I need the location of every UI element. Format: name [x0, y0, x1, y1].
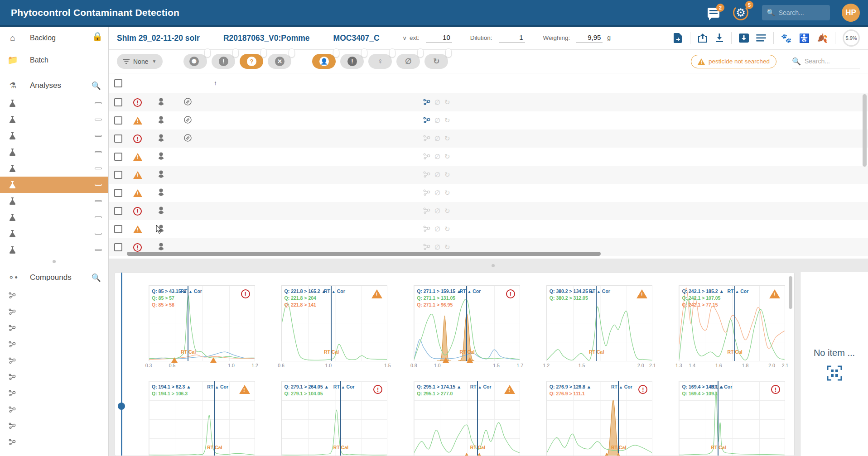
method-name[interactable]: MOC3407_C [333, 34, 380, 43]
sidebar-item-batch[interactable]: 📁 Batch [0, 49, 108, 71]
exclude-icon[interactable]: ∅ [434, 243, 440, 251]
error-flag-icon[interactable]: ! [133, 98, 142, 107]
plot-area[interactable]: RT ▲ CorRT CalQ: 242.1 > 185.2 ▲Q: 242.1… [679, 285, 785, 361]
analysis-item-std-50-ppb[interactable] [0, 95, 108, 111]
table-row[interactable]: !∅↻ [109, 130, 868, 148]
exclude-icon[interactable]: ∅ [434, 98, 440, 106]
panel-resize-handle[interactable] [492, 264, 495, 267]
warning-flag-icon[interactable]: ! [133, 226, 142, 233]
analysis-item-pbd[interactable] [0, 160, 108, 177]
flag-filter-dropdown[interactable]: None ▼ [117, 54, 163, 69]
divider-drag-handle[interactable] [118, 403, 125, 410]
chromatogram-sulfoxaflor[interactable]: RT ▲ CorRT CalQ: 295.1 > 174.15 ▲Q: 295.… [394, 372, 520, 456]
compound-filter-button[interactable]: ♀ [368, 54, 392, 69]
vertical-scrollbar[interactable] [863, 94, 867, 167]
exclude-icon[interactable]: ∅ [434, 171, 440, 179]
warning-flag-icon[interactable]: ! [133, 153, 142, 161]
row-checkbox[interactable] [114, 207, 122, 215]
compound-item[interactable] [0, 418, 108, 434]
exclude-icon[interactable]: ∅ [434, 134, 440, 143]
plot-area[interactable]: RT ▲ CorRT CalQ: 85 > 43.15 ▲Q: 85 > 57Q… [149, 285, 255, 361]
reprocess-icon[interactable]: ↻ [444, 225, 450, 233]
export-icon[interactable] [698, 34, 708, 43]
validate-compound-icon[interactable] [423, 189, 430, 197]
reprocess-icon[interactable]: ↻ [444, 98, 450, 106]
error-flag-icon[interactable]: ! [133, 243, 142, 252]
table-row[interactable]: !∅↻ [109, 148, 868, 166]
exclude-icon[interactable]: ∅ [434, 225, 440, 233]
sample-name[interactable]: Shim 29_02-11-20 soir [117, 34, 200, 43]
chromatogram-metazachlor-479-m16[interactable]: RT ▲ CorRT CalQ: 380.2 > 134.25 ▲Q: 380.… [526, 276, 653, 369]
chromatogram-nitenpyram[interactable]: RT ▲ CorRT CalQ: 271.1 > 159.15 ▲Q: 271.… [394, 276, 520, 369]
alert-filter-button[interactable]: ! [340, 54, 364, 69]
validate-compound-icon[interactable] [423, 135, 430, 143]
select-all-checkbox[interactable] [114, 79, 122, 87]
chromatogram-metaldehyde[interactable]: RT ▲ CorRT CalQ: 194.1 > 62.3 ▲Q: 194.1 … [129, 372, 255, 456]
charts-scrollbar[interactable] [789, 276, 792, 309]
plot-area[interactable]: RT ▲ CorRT CalQ: 276.9 > 126.8 ▲Q: 276.9… [546, 381, 653, 456]
empty-filter-button[interactable]: ∅ [396, 54, 420, 69]
exclude-icon[interactable]: ∅ [434, 116, 440, 125]
run-name[interactable]: R20187063_V0:Pomme [223, 34, 310, 43]
compound-item[interactable] [0, 369, 108, 385]
error-filter-button[interactable]: ! [212, 54, 235, 69]
istd-filter-button[interactable]: ⚉ [183, 54, 207, 69]
validate-compound-icon[interactable] [423, 226, 430, 233]
download-icon[interactable] [715, 34, 724, 43]
error-flag-icon[interactable]: ! [133, 207, 142, 216]
analysis-item-187063[interactable] [0, 177, 108, 193]
compound-item[interactable] [0, 385, 108, 401]
compound-item[interactable] [0, 303, 108, 320]
reprocess-icon[interactable]: ↻ [444, 243, 450, 251]
row-checkbox[interactable] [114, 225, 122, 233]
table-row[interactable]: !∅↻ [109, 166, 868, 184]
excluded-filter-button[interactable]: ✕ [268, 54, 291, 69]
row-checkbox[interactable] [114, 153, 122, 161]
reprocess-icon[interactable]: ↻ [444, 189, 450, 197]
compounds-search-icon[interactable]: 🔍 [92, 273, 101, 283]
table-search-input[interactable] [805, 58, 854, 65]
unknown-filter-button[interactable]: ? [240, 54, 263, 69]
chromatogram-phorate-oxon-sulfone[interactable]: RT ▲ CorRT CalQ: 276.9 > 126.8 ▲Q: 276.9… [526, 372, 653, 456]
analysis-item-std-500-ppb[interactable] [0, 128, 108, 144]
compound-item[interactable] [0, 336, 108, 352]
plot-area[interactable]: RT ▲ CorRT CalQ: 194.1 > 62.3 ▲Q: 194.1 … [149, 381, 255, 456]
reprocess-icon[interactable]: ↻ [444, 134, 450, 143]
analyses-search-icon[interactable]: 🔍 [92, 81, 101, 91]
table-row[interactable]: !∅↻ [109, 202, 868, 220]
plot-area[interactable]: RT ▲ CorRT CalQ: 295.1 > 174.15 ▲Q: 295.… [414, 381, 520, 456]
plot-area[interactable]: RT ▲ CorRT CalQ: 221.8 > 165.2 ▲Q: 221.8… [281, 285, 388, 361]
archive-icon[interactable] [739, 34, 749, 43]
table-row[interactable]: !∅↻ [109, 93, 868, 111]
reprocess-icon[interactable]: ↻ [444, 207, 450, 215]
warning-flag-icon[interactable]: ! [133, 171, 142, 179]
table-row[interactable]: !∅↻ [109, 111, 868, 130]
exclude-icon[interactable]: ∅ [434, 207, 440, 215]
pesticide-warning-chip[interactable]: pesticide not searched [691, 55, 776, 68]
warning-flag-icon[interactable]: ! [133, 117, 142, 125]
analysis-item-lc-neg-new_14[interactable] [0, 209, 108, 226]
chromatogram-methiocarbe-sulfoxide[interactable]: RT ▲ CorRT CalQ: 242.1 > 185.2 ▲Q: 242.1… [659, 276, 785, 369]
chromatogram-quinmerac[interactable]: RT ▲ CorRT CalQ: 221.8 > 165.2 ▲Q: 221.8… [261, 276, 388, 369]
compound-item[interactable] [0, 401, 108, 418]
weighing-value[interactable]: 9,95 [576, 34, 603, 43]
global-search-input[interactable] [779, 9, 824, 16]
messages-button[interactable]: 2 [708, 8, 719, 18]
horizontal-scrollbar[interactable] [127, 252, 601, 256]
add-document-icon[interactable] [674, 33, 683, 43]
chromatogram-thiadone[interactable]: RT ▲ CorRT CalQ: 169.4 > 143.1 ▲Q: 169.4… [659, 372, 785, 456]
plot-area[interactable]: RT ▲ CorRT CalQ: 271.1 > 159.15 ▲Q: 271.… [414, 285, 520, 361]
analysis-item-lc-neg-new_15[interactable] [0, 226, 108, 242]
validate-compound-icon[interactable] [423, 244, 430, 251]
compound-item[interactable] [0, 434, 108, 450]
sidebar-resize-handle[interactable] [53, 260, 56, 263]
settings-button[interactable]: ⚙ 5 [733, 5, 748, 20]
suspected-filter-button[interactable]: 👤 [312, 54, 336, 69]
analysis-item-pb[interactable] [0, 144, 108, 160]
table-search[interactable]: 🔍 [792, 55, 860, 68]
analysis-item-187071[interactable] [0, 193, 108, 209]
validate-compound-icon[interactable] [423, 171, 430, 179]
validate-compound-icon[interactable] [423, 117, 430, 125]
row-checkbox[interactable] [114, 116, 122, 125]
compound-item[interactable] [0, 352, 108, 369]
